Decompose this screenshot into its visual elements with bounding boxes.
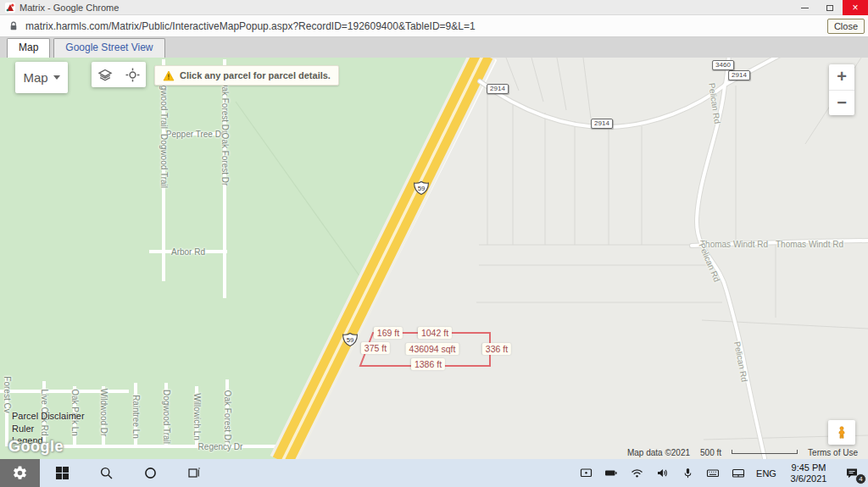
svg-text:59: 59: [347, 336, 354, 344]
map-type-button[interactable]: Map: [15, 62, 68, 93]
tab-google-street-view[interactable]: Google Street View: [53, 38, 164, 58]
street-label-wildwood: Wildwood Dr: [99, 389, 108, 437]
warning-icon: [163, 70, 175, 81]
google-logo[interactable]: Google: [8, 438, 64, 456]
my-location-button[interactable]: [125, 68, 140, 82]
us-59-shield: 59: [342, 332, 359, 347]
street-label-willowich: Willowich Ln: [192, 393, 202, 440]
map-attribution: Map data ©2021 500 ft Terms of Use: [627, 448, 858, 457]
browser-url-bar: matrix.harmls.com/Matrix/Public/Interact…: [0, 15, 868, 37]
touchpad-tray-button[interactable]: [726, 459, 751, 487]
language-indicator[interactable]: ENG: [751, 468, 782, 479]
street-label-dogwood-trail: Dogwood Trail: [159, 134, 169, 188]
close-popup-button[interactable]: Close: [827, 19, 865, 34]
search-icon: [100, 467, 113, 479]
cortana-icon: [144, 467, 157, 479]
battery-tray-button[interactable]: [598, 459, 624, 487]
microphone-icon: [682, 467, 694, 479]
route-shield-2914: 2914: [728, 70, 750, 80]
settings-app-taskbar-button[interactable]: [0, 459, 40, 487]
street-label-raintree: Raintree Ln: [131, 395, 141, 439]
parcel-side-label: 1042 ft: [418, 327, 452, 339]
battery-icon: [604, 467, 618, 479]
svg-text:59: 59: [418, 185, 426, 192]
speaker-icon: [656, 467, 669, 479]
chevron-down-icon: [53, 75, 60, 83]
zoom-out-button[interactable]: −: [829, 90, 854, 116]
map-tools: [92, 62, 146, 87]
windows-logo-icon: [56, 467, 69, 479]
notification-badge: 4: [855, 473, 866, 484]
clock-time: 9:45 PM: [782, 462, 836, 473]
ruler-link[interactable]: Ruler: [12, 423, 34, 434]
street-label-oak-forest: Oak Forest Dr: [220, 133, 230, 186]
search-button[interactable]: [84, 459, 128, 487]
parcel-side-label: 375 ft: [361, 342, 390, 354]
virtual-display-tray-button[interactable]: [573, 459, 598, 487]
parcel-disclaimer-link[interactable]: Parcel Disclaimer: [12, 411, 85, 421]
parcel-side-label: 1386 ft: [411, 358, 445, 370]
zoom-in-button[interactable]: +: [829, 64, 854, 90]
street-label-dogwood-trail: Dogwood Trail: [162, 390, 171, 444]
map-data-copyright: Map data ©2021: [627, 448, 690, 457]
close-icon: ×: [852, 3, 858, 13]
action-center-button[interactable]: 4: [836, 459, 868, 487]
page-tab-bar: Map Google Street View: [0, 37, 868, 58]
street-label-oak-forest: Oak Forest Dr: [223, 390, 232, 444]
parcel-notice-text: Click any parcel for parcel details.: [180, 70, 331, 80]
microphone-tray-button[interactable]: [675, 459, 700, 487]
maximize-button[interactable]: [817, 0, 843, 15]
window-controls: ×: [792, 0, 868, 15]
close-window-button[interactable]: ×: [843, 0, 868, 15]
maximize-icon: [826, 5, 833, 11]
tab-map[interactable]: Map: [7, 38, 50, 58]
display-icon: [580, 467, 593, 479]
keyboard-icon: [706, 467, 720, 479]
terms-of-use-link[interactable]: Terms of Use: [808, 448, 858, 457]
layers-button[interactable]: [97, 69, 113, 81]
street-label-regency: Regency Dr: [198, 442, 243, 451]
interactive-map[interactable]: Pepper Tree Dr Dogwood Trail Dogwood Tra…: [0, 58, 868, 459]
route-shield-2914: 2914: [591, 119, 613, 129]
scale-label: 500 ft: [700, 448, 721, 457]
street-label-arbor: Arbor Rd: [171, 247, 205, 257]
minimize-button[interactable]: [792, 0, 817, 15]
street-label-pepper-tree: Pepper Tree Dr: [166, 130, 224, 139]
parcel-side-label: 169 ft: [374, 327, 403, 339]
window-title: Matrix - Google Chrome: [19, 3, 119, 13]
cortana-button[interactable]: [128, 459, 172, 487]
gear-icon: [12, 465, 28, 481]
clock-date: 3/6/2021: [782, 473, 836, 484]
matrix-favicon: [5, 3, 15, 13]
parcel-side-label: 336 ft: [482, 343, 511, 355]
zoom-control: + −: [829, 64, 854, 115]
pegman-button[interactable]: [828, 420, 855, 445]
pegman-icon: [836, 423, 848, 442]
window-titlebar: Matrix - Google Chrome ×: [0, 0, 868, 15]
lock-icon[interactable]: [8, 20, 19, 32]
touch-keyboard-tray-button[interactable]: [700, 459, 726, 487]
minimize-icon: [801, 8, 809, 8]
clock[interactable]: 9:45 PM 3/6/2021: [782, 462, 836, 484]
task-view-icon: [187, 467, 201, 479]
task-view-button[interactable]: [172, 459, 216, 487]
parcel-notice: Click any parcel for parcel details.: [154, 65, 339, 86]
wifi-icon: [631, 467, 643, 479]
start-button[interactable]: [40, 459, 84, 487]
route-shield-2914: 2914: [487, 84, 509, 94]
parcel-area-label: 436094 sqft: [406, 343, 459, 355]
url-text[interactable]: matrix.harmls.com/Matrix/Public/Interact…: [25, 20, 476, 32]
volume-tray-button[interactable]: [649, 459, 675, 487]
windows-taskbar: ENG 9:45 PM 3/6/2021 4: [0, 459, 868, 487]
wifi-tray-button[interactable]: [624, 459, 649, 487]
street-label-thomas-windt: Thomas Windt Rd: [700, 240, 768, 249]
street-label-thomas-windt: Thomas Windt Rd: [776, 240, 843, 249]
route-shield-3460: 3460: [712, 60, 734, 70]
street-label-oak-forest: Oak Forest Dr: [220, 80, 230, 134]
touchpad-icon: [732, 467, 745, 479]
scale-bar: [732, 450, 798, 454]
system-tray: ENG 9:45 PM 3/6/2021 4: [573, 459, 868, 487]
street-label-forest: Forest Cv: [3, 376, 12, 412]
us-59-shield: 59: [413, 180, 430, 196]
map-type-label: Map: [23, 70, 47, 85]
